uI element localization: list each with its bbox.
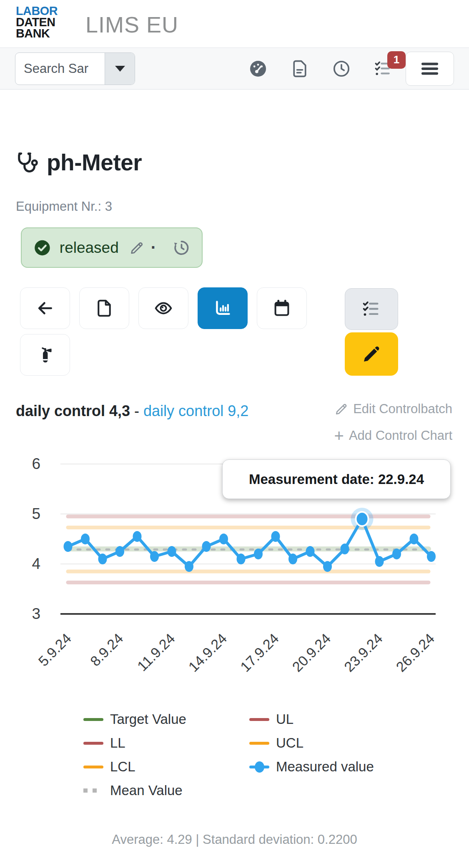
legend-item[interactable]: UL: [249, 711, 374, 728]
svg-text:8.9.24: 8.9.24: [87, 630, 126, 669]
logo-line-3: BANK: [16, 27, 58, 39]
fire-extinguisher-button[interactable]: [20, 334, 70, 376]
edit-controlbatch-link[interactable]: Edit Controlbatch: [334, 400, 452, 418]
app-header: LABOR DATEN BANK LIMS EU: [0, 0, 469, 48]
legend-label: UL: [276, 711, 293, 727]
legend-label: UCL: [276, 735, 303, 751]
fire-extinguisher-icon: [36, 346, 54, 364]
logo-line-2: DATEN: [16, 16, 58, 27]
chart-tooltip-text: Measurement date: 22.9.24: [249, 471, 424, 487]
document-button[interactable]: [79, 287, 129, 329]
checklist-icon: [362, 299, 381, 319]
legend-label: Target Value: [110, 711, 186, 727]
equipment-number: Equipment Nr.: 3: [16, 199, 112, 214]
legend-label: Mean Value: [110, 783, 183, 798]
document-icon[interactable]: [291, 60, 309, 78]
svg-text:26.9.24: 26.9.24: [393, 630, 437, 675]
arrow-left-icon: [36, 299, 54, 317]
svg-text:5.9.24: 5.9.24: [35, 630, 74, 669]
view-button[interactable]: [138, 287, 188, 329]
calendar-button[interactable]: [257, 287, 307, 329]
pencil-icon: [335, 402, 348, 416]
svg-text:17.9.24: 17.9.24: [237, 630, 282, 675]
pencil-fill-icon: [361, 344, 381, 364]
chart-stats: Average: 4.29 | Standard deviation: 0.22…: [0, 832, 469, 847]
right-button-column: [345, 288, 398, 376]
svg-text:20.9.24: 20.9.24: [289, 630, 334, 675]
legend-label: LCL: [110, 759, 135, 775]
bar-chart-icon: [213, 299, 232, 317]
legend-item[interactable]: LCL: [83, 758, 186, 775]
toolbar-icons: 1: [249, 60, 392, 78]
page: LABOR DATEN BANK LIMS EU: [0, 0, 469, 868]
check-circle-icon: [33, 239, 51, 257]
dashboard-gauge-icon[interactable]: [249, 60, 267, 78]
checklist-button[interactable]: [345, 288, 398, 330]
page-title: ph-Meter: [47, 149, 142, 176]
labordatenbank-logo: LABOR DATEN BANK: [16, 5, 58, 39]
search-dropdown-button[interactable]: [105, 53, 135, 85]
edit-controlbatch-label: Edit Controlbatch: [353, 402, 452, 417]
controlbatch-actions: Edit Controlbatch + Add Control Chart: [334, 400, 452, 445]
hamburger-menu-button[interactable]: [406, 52, 454, 86]
plus-icon: +: [334, 429, 344, 442]
svg-text:11.9.24: 11.9.24: [134, 630, 178, 674]
caret-down-icon: [115, 66, 125, 72]
legend-item[interactable]: Mean Value: [83, 782, 186, 799]
legend-column-2: ULUCLMeasured value: [249, 711, 374, 782]
control-chart-button[interactable]: [198, 287, 248, 329]
back-button[interactable]: [20, 287, 70, 329]
add-control-chart-label: Add Control Chart: [349, 428, 452, 443]
controlbatch-title: daily control 4,3 - daily control 9,2: [16, 402, 248, 420]
legend-swatch: [249, 742, 269, 745]
svg-text:3: 3: [32, 605, 40, 622]
chart-tooltip: Measurement date: 22.9.24: [222, 459, 451, 499]
status-label: released: [60, 239, 119, 257]
status-badge: released ·: [21, 227, 203, 268]
search-group: [15, 52, 135, 85]
controlbatch-name: daily control 4,3: [16, 402, 130, 419]
legend-item[interactable]: Measured value: [249, 758, 374, 775]
legend-item[interactable]: Target Value: [83, 711, 186, 728]
legend-swatch: [83, 718, 103, 721]
history-icon[interactable]: [173, 239, 190, 257]
add-control-chart-link[interactable]: + Add Control Chart: [334, 427, 452, 445]
controlbatch-separator: -: [130, 402, 143, 419]
hamburger-icon: [420, 59, 440, 79]
page-title-row: ph-Meter: [16, 149, 142, 176]
file-icon: [95, 299, 113, 317]
svg-text:23.9.24: 23.9.24: [341, 630, 386, 675]
app-title: LIMS EU: [85, 12, 178, 37]
legend-item[interactable]: LL: [83, 735, 186, 751]
edit-status-pencil-icon[interactable]: [130, 240, 144, 255]
legend-column-1: Target ValueLLLCLMean Value: [83, 711, 186, 806]
legend-label: Measured value: [276, 759, 374, 775]
svg-text:5: 5: [32, 505, 40, 522]
toolbar: 1: [0, 48, 469, 90]
stethoscope-icon: [16, 150, 40, 175]
legend-label: LL: [110, 735, 125, 751]
status-separator: ·: [151, 238, 156, 257]
tasks-checklist-icon[interactable]: 1: [374, 60, 392, 78]
legend-item[interactable]: UCL: [249, 735, 374, 751]
control-chart: 65435.9.248.9.2411.9.2414.9.2417.9.2420.…: [0, 452, 469, 693]
legend-swatch: [83, 788, 103, 793]
controlbatch-link[interactable]: daily control 9,2: [143, 402, 248, 419]
edit-button[interactable]: [345, 332, 398, 376]
svg-text:4: 4: [32, 555, 40, 572]
search-input[interactable]: [15, 53, 105, 85]
clock-icon[interactable]: [332, 60, 351, 78]
legend-swatch: [249, 718, 269, 721]
logo-line-1: LABOR: [16, 5, 58, 16]
svg-text:14.9.24: 14.9.24: [185, 630, 230, 675]
legend-swatch: [249, 766, 269, 768]
eye-icon: [154, 299, 173, 317]
notification-badge[interactable]: 1: [387, 51, 406, 69]
legend-swatch: [83, 766, 103, 768]
calendar-icon: [273, 299, 291, 317]
legend-swatch: [83, 742, 103, 745]
action-button-row: [20, 287, 307, 329]
svg-text:6: 6: [32, 455, 40, 472]
